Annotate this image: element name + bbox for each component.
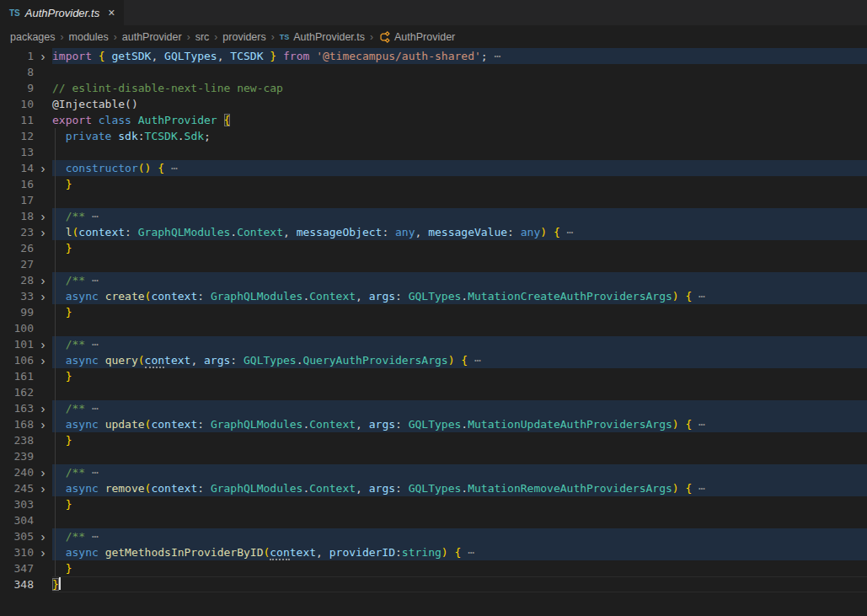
code-content[interactable] (52, 192, 867, 208)
fold-chevron-icon[interactable]: › (34, 400, 52, 416)
breadcrumb-label: AuthProvider.ts (293, 31, 365, 43)
code-content[interactable]: /** ⋯ (52, 464, 867, 480)
breadcrumb-item-authprovider-ts[interactable]: TSAuthProvider.ts (280, 31, 365, 43)
code-line-9: 9// eslint-disable-next-line new-cap (0, 80, 867, 96)
line-number: 13 (0, 144, 34, 160)
fold-spacer (34, 240, 52, 256)
code-content[interactable]: } (52, 240, 867, 256)
code-content[interactable] (52, 64, 867, 80)
fold-spacer (34, 64, 52, 80)
code-content[interactable] (52, 384, 867, 400)
line-number: 245 (0, 480, 34, 496)
close-icon[interactable]: × (108, 7, 115, 19)
fold-spacer (34, 512, 52, 528)
code-content[interactable]: } (52, 368, 867, 384)
breadcrumb-item-modules[interactable]: modules (69, 31, 109, 43)
code-content[interactable]: /** ⋯ (52, 400, 867, 416)
line-number: 303 (0, 496, 34, 512)
gutter: 245› (0, 480, 52, 496)
gutter: 347 (0, 560, 52, 576)
code-line-33: 33› async create(context: GraphQLModules… (0, 288, 867, 304)
code-content[interactable]: async update(context: GraphQLModules.Con… (52, 416, 867, 432)
gutter: 162 (0, 384, 52, 400)
code-line-240: 240› /** ⋯ (0, 464, 867, 480)
code-content[interactable]: // eslint-disable-next-line new-cap (52, 80, 867, 96)
breadcrumb-item-packages[interactable]: packages (10, 31, 56, 43)
code-content[interactable] (52, 256, 867, 272)
code-line-28: 28› /** ⋯ (0, 272, 867, 288)
fold-chevron-icon[interactable]: › (34, 160, 52, 176)
code-content[interactable]: } (52, 496, 867, 512)
code-content[interactable]: async create(context: GraphQLModules.Con… (52, 288, 867, 304)
line-number: 348 (0, 576, 34, 592)
gutter: 163› (0, 400, 52, 416)
fold-chevron-icon[interactable]: › (34, 464, 52, 480)
code-content[interactable]: } (52, 576, 867, 592)
fold-chevron-icon[interactable]: › (34, 352, 52, 368)
fold-chevron-icon[interactable]: › (34, 208, 52, 224)
line-number: 100 (0, 320, 34, 336)
code-content[interactable] (52, 320, 867, 336)
code-content[interactable]: private sdk:TCSDK.Sdk; (52, 128, 867, 144)
gutter: 348 (0, 576, 52, 592)
fold-chevron-icon[interactable]: › (34, 336, 52, 352)
gutter: 99 (0, 304, 52, 320)
fold-spacer (34, 496, 52, 512)
code-line-23: 23› l(context: GraphQLModules.Context, m… (0, 224, 867, 240)
code-content[interactable] (52, 512, 867, 528)
breadcrumb-label: authProvider (122, 31, 182, 43)
code-line-16: 16 } (0, 176, 867, 192)
fold-chevron-icon[interactable]: › (34, 272, 52, 288)
breadcrumb-label: AuthProvider (394, 31, 455, 43)
code-content[interactable] (52, 144, 867, 160)
line-number: 14 (0, 160, 34, 176)
code-content[interactable]: async query(context, args: GQLTypes.Quer… (52, 352, 867, 368)
breadcrumb-item-authprovider[interactable]: AuthProvider (378, 31, 455, 43)
code-content[interactable]: /** ⋯ (52, 528, 867, 544)
code-content[interactable]: } (52, 304, 867, 320)
code-content[interactable]: export class AuthProvider { (52, 112, 867, 128)
line-number: 238 (0, 432, 34, 448)
fold-chevron-icon[interactable]: › (34, 288, 52, 304)
fold-chevron-icon[interactable]: › (34, 416, 52, 432)
fold-chevron-icon[interactable]: › (34, 480, 52, 496)
breadcrumb-label: providers (222, 31, 265, 43)
gutter: 239 (0, 448, 52, 464)
code-content[interactable]: async getMethodsInProviderByID(context, … (52, 544, 867, 560)
code-content[interactable]: } (52, 432, 867, 448)
gutter: 310› (0, 544, 52, 560)
fold-spacer (34, 320, 52, 336)
fold-chevron-icon[interactable]: › (34, 544, 52, 560)
gutter: 33› (0, 288, 52, 304)
breadcrumb-item-src[interactable]: src (195, 31, 210, 43)
gutter: 27 (0, 256, 52, 272)
fold-chevron-icon[interactable]: › (34, 224, 52, 240)
code-content[interactable]: constructor() { ⋯ (52, 160, 867, 176)
line-number: 163 (0, 400, 34, 416)
code-content[interactable]: /** ⋯ (52, 208, 867, 224)
code-content[interactable]: @Injectable() (52, 96, 867, 112)
code-line-310: 310› async getMethodsInProviderByID(cont… (0, 544, 867, 560)
fold-chevron-icon[interactable]: › (34, 528, 52, 544)
line-number: 8 (0, 64, 34, 80)
tab-authprovider[interactable]: TS AuthProvider.ts × (0, 0, 125, 25)
line-number: 305 (0, 528, 34, 544)
code-content[interactable] (52, 448, 867, 464)
code-content[interactable]: /** ⋯ (52, 272, 867, 288)
line-number: 168 (0, 416, 34, 432)
code-content[interactable]: /** ⋯ (52, 336, 867, 352)
class-symbol-icon (378, 31, 390, 43)
fold-chevron-icon[interactable]: › (34, 48, 52, 64)
ts-file-icon: TS (9, 8, 20, 18)
code-line-26: 26 } (0, 240, 867, 256)
code-content[interactable]: l(context: GraphQLModules.Context, messa… (52, 224, 867, 240)
code-line-162: 162 (0, 384, 867, 400)
gutter: 26 (0, 240, 52, 256)
code-content[interactable]: import { getSDK, GQLTypes, TCSDK } from … (52, 48, 867, 64)
code-content[interactable]: } (52, 560, 867, 576)
code-content[interactable]: } (52, 176, 867, 192)
gutter: 16 (0, 176, 52, 192)
breadcrumb-item-providers[interactable]: providers (222, 31, 265, 43)
code-content[interactable]: async remove(context: GraphQLModules.Con… (52, 480, 867, 496)
breadcrumb-item-authprovider[interactable]: authProvider (122, 31, 182, 43)
